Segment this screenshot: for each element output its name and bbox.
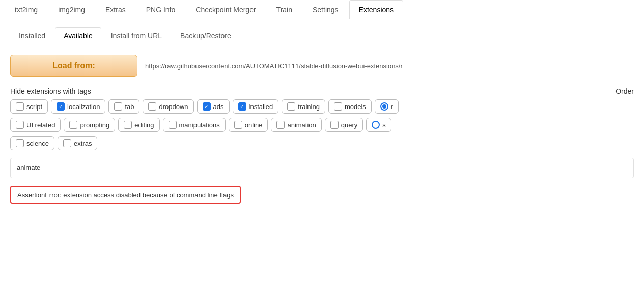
- checkbox-installed: [238, 102, 246, 111]
- load-from-url: https://raw.githubusercontent.com/AUTOMA…: [145, 62, 403, 70]
- checkbox-ui-related: [16, 121, 24, 129]
- tag-localization[interactable]: localization: [51, 99, 105, 114]
- tag-tab-label: tab: [125, 103, 134, 111]
- tab-txt2img[interactable]: txt2img: [5, 0, 47, 19]
- tag-prompting[interactable]: prompting: [64, 118, 115, 132]
- tag-animation-label: animation: [287, 121, 316, 129]
- checkbox-prompting: [69, 121, 77, 129]
- tag-script[interactable]: script: [10, 99, 48, 114]
- radio-r: [380, 102, 388, 111]
- tag-online-label: online: [245, 121, 263, 129]
- tag-localization-label: localization: [67, 103, 100, 111]
- checkbox-tab: [114, 102, 122, 111]
- tab-train[interactable]: Train: [267, 0, 302, 19]
- tag-ui-related[interactable]: UI related: [10, 118, 61, 132]
- tag-prompting-label: prompting: [80, 121, 109, 129]
- radio-s-label: s: [382, 121, 386, 129]
- tag-models[interactable]: models: [328, 99, 372, 114]
- hide-extensions-label: Hide extensions with tags: [10, 87, 91, 95]
- tag-manipulations-label: manipulations: [179, 121, 220, 129]
- tag-dropdown-label: dropdown: [159, 103, 188, 111]
- sub-tabs-container: Installed Available Install from URL Bac…: [10, 27, 634, 44]
- tag-installed[interactable]: installed: [233, 99, 279, 114]
- checkbox-online: [234, 121, 242, 129]
- tags-container: script localization tab dropdown ads ins…: [10, 99, 634, 150]
- tag-science-label: science: [26, 140, 49, 147]
- order-radio-r[interactable]: r: [375, 99, 399, 114]
- tab-pnginfo[interactable]: PNG Info: [136, 0, 185, 19]
- tag-training[interactable]: training: [282, 99, 325, 114]
- subtab-install-from-url[interactable]: Install from URL: [102, 27, 171, 44]
- load-from-button[interactable]: Load from:: [10, 55, 137, 77]
- tag-query[interactable]: query: [325, 118, 363, 132]
- tag-models-label: models: [345, 103, 366, 111]
- tag-script-label: script: [26, 103, 42, 111]
- checkbox-query: [330, 121, 339, 129]
- subtab-available[interactable]: Available: [55, 27, 101, 44]
- checkbox-training: [287, 102, 295, 111]
- top-nav: txt2img img2img Extras PNG Info Checkpoi…: [0, 0, 644, 19]
- error-text: AssertionError: extension access disable…: [17, 191, 234, 199]
- tab-extras[interactable]: Extras: [96, 0, 135, 19]
- hide-tags-header: Hide extensions with tags Order: [10, 87, 634, 95]
- radio-s: [372, 121, 380, 129]
- checkbox-localization: [57, 102, 65, 111]
- tag-ui-related-label: UI related: [26, 121, 55, 129]
- tags-row-1: script localization tab dropdown ads ins…: [10, 99, 634, 114]
- error-box: AssertionError: extension access disable…: [10, 186, 241, 204]
- checkbox-script: [16, 102, 24, 111]
- tag-query-label: query: [341, 121, 358, 129]
- result-text: animate: [17, 164, 40, 171]
- tag-ads[interactable]: ads: [197, 99, 230, 114]
- tags-row-3: science extras: [10, 136, 634, 150]
- order-radio-s[interactable]: s: [366, 118, 391, 132]
- radio-r-label: r: [391, 103, 393, 111]
- tag-science[interactable]: science: [10, 136, 54, 150]
- tag-training-label: training: [298, 103, 320, 111]
- tags-row-2: UI related prompting editing manipulatio…: [10, 118, 634, 132]
- tag-animation[interactable]: animation: [271, 118, 321, 132]
- tag-editing[interactable]: editing: [118, 118, 159, 132]
- result-area: animate: [10, 158, 634, 178]
- tag-editing-label: editing: [134, 121, 154, 129]
- checkbox-ads: [203, 102, 211, 111]
- tag-ads-label: ads: [213, 103, 224, 111]
- tag-extras-label: extras: [74, 140, 92, 147]
- load-from-row: Load from: https://raw.githubusercontent…: [10, 55, 634, 77]
- tag-manipulations[interactable]: manipulations: [163, 118, 226, 132]
- extensions-content: Installed Available Install from URL Bac…: [0, 19, 644, 211]
- tab-settings[interactable]: Settings: [303, 0, 348, 19]
- tab-img2img[interactable]: img2img: [48, 0, 95, 19]
- tag-tab[interactable]: tab: [108, 99, 139, 114]
- checkbox-extras: [63, 139, 71, 147]
- checkbox-animation: [276, 121, 285, 129]
- tab-extensions[interactable]: Extensions: [349, 0, 403, 19]
- checkbox-science: [16, 139, 24, 147]
- tab-checkpoint[interactable]: Checkpoint Merger: [186, 0, 265, 19]
- checkbox-editing: [124, 121, 132, 129]
- subtab-backup-restore[interactable]: Backup/Restore: [172, 27, 240, 44]
- subtab-installed[interactable]: Installed: [10, 27, 54, 44]
- order-label: Order: [615, 87, 634, 95]
- checkbox-models: [334, 102, 342, 111]
- checkbox-dropdown: [148, 102, 156, 111]
- tag-extras2[interactable]: extras: [58, 136, 97, 150]
- tag-online[interactable]: online: [229, 118, 268, 132]
- tag-installed-label: installed: [249, 103, 273, 111]
- tag-dropdown[interactable]: dropdown: [143, 99, 193, 114]
- checkbox-manipulations: [169, 121, 177, 129]
